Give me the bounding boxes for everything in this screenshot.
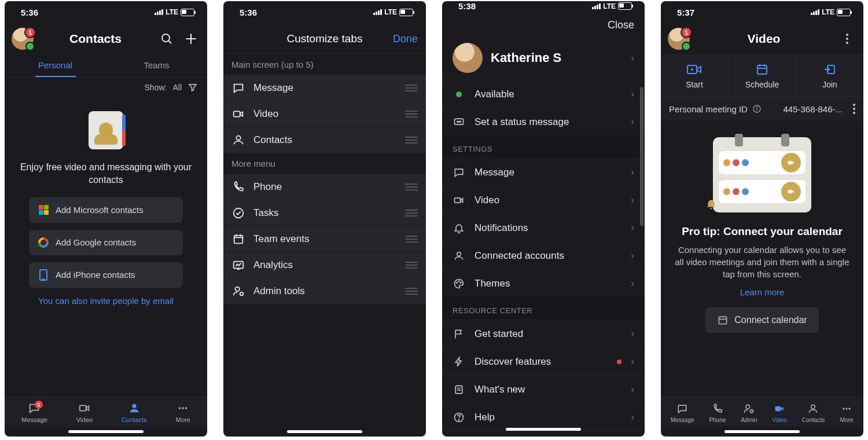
- row-setting-message[interactable]: Message ›: [442, 158, 645, 186]
- row-team-events[interactable]: Team events: [223, 226, 426, 252]
- tab-personal[interactable]: Personal: [5, 54, 106, 77]
- profile-avatar[interactable]: 1: [12, 28, 34, 50]
- contacts-icon: [231, 134, 245, 146]
- action-schedule[interactable]: Schedule: [729, 54, 796, 96]
- row-phone[interactable]: Phone: [223, 174, 426, 200]
- done-button[interactable]: Done: [393, 33, 418, 45]
- drag-handle-icon[interactable]: [405, 288, 418, 295]
- drag-handle-icon[interactable]: [405, 210, 418, 217]
- row-analytics[interactable]: Analytics: [223, 252, 426, 278]
- header: 1 Contacts: [5, 23, 207, 54]
- profile-avatar[interactable]: 1: [668, 28, 690, 50]
- chevron-right-icon: ›: [631, 52, 634, 64]
- svg-rect-26: [455, 197, 461, 202]
- tab-admin[interactable]: Admin: [741, 402, 757, 423]
- video-icon: [453, 195, 465, 206]
- action-join[interactable]: Join: [796, 54, 863, 96]
- tab-teams[interactable]: Teams: [106, 54, 207, 77]
- message-icon: [675, 402, 689, 415]
- drag-handle-icon[interactable]: [405, 137, 418, 144]
- tab-phone[interactable]: Phone: [709, 402, 726, 423]
- svg-rect-54: [775, 406, 781, 411]
- drag-handle-icon[interactable]: [405, 236, 418, 243]
- message-badge: 1: [35, 401, 43, 409]
- row-help[interactable]: Help ›: [442, 403, 645, 431]
- add-microsoft-contacts-button[interactable]: Add Microsoft contacts: [29, 197, 183, 223]
- signal-icon: [373, 9, 382, 15]
- row-available[interactable]: Available ›: [442, 80, 645, 108]
- actionbar: Start Schedule Join: [661, 54, 863, 97]
- chevron-right-icon: ›: [631, 194, 634, 206]
- join-icon: [822, 63, 837, 76]
- filter-icon[interactable]: [187, 82, 198, 93]
- tab-message[interactable]: Message: [671, 402, 694, 423]
- drag-handle-icon[interactable]: [405, 262, 418, 269]
- add-google-contacts-button[interactable]: Add Google contacts: [29, 230, 183, 255]
- chevron-right-icon: ›: [631, 355, 634, 368]
- drag-handle-icon[interactable]: [405, 184, 418, 190]
- row-tasks[interactable]: Tasks: [223, 200, 426, 226]
- home-indicator[interactable]: [724, 430, 800, 433]
- tab-message[interactable]: 1 Message: [21, 402, 47, 423]
- calendar-icon: [717, 314, 729, 326]
- row-video[interactable]: Video: [223, 101, 426, 127]
- tab-video[interactable]: Video: [76, 402, 93, 423]
- drag-handle-icon[interactable]: [405, 85, 418, 91]
- resource-header: RESOURCE CENTER: [442, 297, 645, 320]
- row-contacts[interactable]: Contacts: [223, 127, 426, 153]
- invite-by-email-link[interactable]: You can also invite people by email: [19, 296, 193, 306]
- home-indicator[interactable]: [506, 428, 581, 431]
- close-button[interactable]: Close: [608, 19, 634, 31]
- tab-more[interactable]: More: [176, 402, 190, 423]
- action-start[interactable]: Start: [661, 54, 729, 96]
- network-label: LTE: [384, 8, 397, 16]
- tab-video[interactable]: Video: [772, 402, 786, 423]
- row-status-message[interactable]: Set a status message ›: [442, 108, 645, 135]
- bolt-icon: [453, 356, 465, 368]
- meeting-id-value: 445-368-846-...: [783, 104, 843, 114]
- svg-point-25: [460, 121, 461, 122]
- microsoft-icon: [39, 205, 49, 215]
- row-whats-new[interactable]: What's new ›: [442, 375, 645, 403]
- scrollbar[interactable]: [640, 87, 643, 226]
- network-label: LTE: [822, 8, 834, 16]
- drag-handle-icon[interactable]: [405, 111, 418, 118]
- tab-contacts[interactable]: Contacts: [802, 402, 825, 423]
- profile-row[interactable]: Katherine S ›: [442, 36, 645, 80]
- chevron-right-icon: ›: [631, 166, 634, 178]
- svg-point-24: [458, 121, 459, 122]
- add-iphone-contacts-button[interactable]: Add iPhone contacts: [29, 262, 183, 288]
- row-feedback[interactable]: Feedback: [442, 431, 645, 437]
- row-setting-themes[interactable]: Themes ›: [442, 269, 645, 297]
- row-discover-features[interactable]: Discover features ›: [442, 347, 645, 375]
- network-label: LTE: [165, 8, 178, 16]
- personal-meeting-id-row[interactable]: Personal meeting ID 445-368-846-...: [661, 97, 863, 121]
- meeting-id-more-icon[interactable]: [853, 104, 855, 114]
- main-section-label: Main screen (up to 5): [223, 54, 426, 75]
- info-icon[interactable]: [752, 104, 762, 113]
- row-setting-video[interactable]: Video ›: [442, 186, 645, 214]
- search-icon[interactable]: [157, 32, 176, 46]
- connect-calendar-button[interactable]: Connect calendar: [705, 307, 818, 333]
- google-icon: [38, 237, 49, 248]
- row-admin-tools[interactable]: Admin tools: [223, 278, 426, 304]
- contacts-illustration: [89, 111, 123, 149]
- row-setting-connected-accounts[interactable]: Connected accounts ›: [442, 241, 645, 269]
- close-row: Close: [442, 11, 645, 36]
- show-value[interactable]: All: [172, 83, 182, 92]
- home-indicator[interactable]: [287, 430, 362, 433]
- row-setting-notifications[interactable]: Notifications ›: [442, 214, 645, 241]
- svg-point-9: [182, 407, 185, 409]
- row-get-started[interactable]: Get started ›: [442, 320, 645, 347]
- add-icon[interactable]: [182, 31, 200, 46]
- home-indicator[interactable]: [68, 430, 144, 433]
- svg-point-13: [234, 208, 244, 218]
- svg-rect-11: [234, 111, 240, 116]
- more-menu-icon[interactable]: [838, 34, 856, 44]
- svg-point-56: [843, 408, 844, 409]
- row-message[interactable]: Message: [223, 75, 426, 101]
- tab-more[interactable]: More: [840, 402, 854, 423]
- start-video-icon: [686, 63, 703, 76]
- tab-contacts[interactable]: Contacts: [122, 402, 146, 423]
- learn-more-link[interactable]: Learn more: [675, 287, 849, 297]
